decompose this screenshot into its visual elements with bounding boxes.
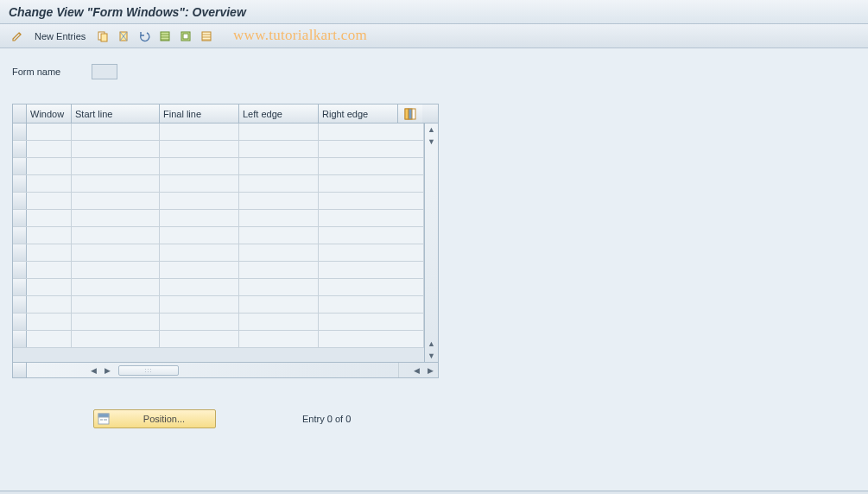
undo-icon[interactable] xyxy=(136,28,153,45)
cell-window[interactable] xyxy=(27,193,72,209)
cell-left-edge[interactable] xyxy=(239,331,319,347)
scroll-right-arrow-icon[interactable]: ▶ xyxy=(101,364,113,377)
cell-window[interactable] xyxy=(27,314,72,330)
cell-right-edge[interactable] xyxy=(319,175,424,192)
row-selector[interactable] xyxy=(13,141,27,157)
row-selector[interactable] xyxy=(13,227,27,244)
cell-left-edge[interactable] xyxy=(239,262,319,278)
row-selector[interactable] xyxy=(13,279,27,295)
scroll-left-arrow-icon[interactable]: ◀ xyxy=(87,364,99,377)
cell-start-line[interactable] xyxy=(72,331,160,347)
select-block-icon[interactable] xyxy=(177,28,194,45)
table-row[interactable] xyxy=(13,244,424,262)
cell-start-line[interactable] xyxy=(72,210,160,226)
cell-final-line[interactable] xyxy=(160,193,239,209)
cell-left-edge[interactable] xyxy=(239,175,319,192)
table-row[interactable] xyxy=(13,124,424,141)
table-row[interactable] xyxy=(13,158,424,175)
cell-final-line[interactable] xyxy=(160,210,239,226)
row-selector[interactable] xyxy=(13,262,27,278)
cell-final-line[interactable] xyxy=(160,141,239,157)
table-row[interactable] xyxy=(13,141,424,158)
cell-left-edge[interactable] xyxy=(239,210,319,226)
column-header-final-line[interactable]: Final line xyxy=(160,104,239,123)
row-selector[interactable] xyxy=(13,193,27,209)
cell-start-line[interactable] xyxy=(72,279,160,295)
cell-start-line[interactable] xyxy=(72,141,160,157)
cell-window[interactable] xyxy=(27,210,72,226)
cell-start-line[interactable] xyxy=(72,175,160,192)
cell-final-line[interactable] xyxy=(160,227,239,244)
cell-start-line[interactable] xyxy=(72,296,160,313)
cell-right-edge[interactable] xyxy=(319,331,424,347)
cell-window[interactable] xyxy=(27,331,72,347)
vertical-scrollbar[interactable]: ▲ ▼ ▲ ▼ xyxy=(424,124,438,362)
cell-left-edge[interactable] xyxy=(239,314,319,330)
delete-icon[interactable] xyxy=(115,28,132,45)
cell-window[interactable] xyxy=(27,158,72,174)
cell-right-edge[interactable] xyxy=(319,244,424,261)
cell-start-line[interactable] xyxy=(72,124,160,140)
cell-right-edge[interactable] xyxy=(319,262,424,278)
table-settings-button[interactable] xyxy=(398,104,422,123)
cell-final-line[interactable] xyxy=(160,175,239,192)
scroll-right-arrow-icon[interactable]: ▶ xyxy=(424,364,436,377)
row-selector[interactable] xyxy=(13,210,27,226)
cell-right-edge[interactable] xyxy=(319,124,424,140)
column-header-window[interactable]: Window xyxy=(27,104,72,123)
horizontal-scrollbar[interactable]: ◀ ▶ ::: ◀ ▶ xyxy=(13,362,438,377)
column-header-start-line[interactable]: Start line xyxy=(72,104,160,123)
cell-right-edge[interactable] xyxy=(319,158,424,174)
form-name-field[interactable] xyxy=(92,64,117,79)
table-row[interactable] xyxy=(13,331,424,348)
cell-right-edge[interactable] xyxy=(319,227,424,244)
column-header-right-edge[interactable]: Right edge xyxy=(319,104,398,123)
row-selector-header[interactable] xyxy=(13,104,27,123)
cell-final-line[interactable] xyxy=(160,314,239,330)
cell-left-edge[interactable] xyxy=(239,244,319,261)
cell-left-edge[interactable] xyxy=(239,227,319,244)
table-row[interactable] xyxy=(13,314,424,331)
column-header-left-edge[interactable]: Left edge xyxy=(239,104,319,123)
cell-final-line[interactable] xyxy=(160,158,239,174)
copy-as-icon[interactable] xyxy=(94,28,111,45)
cell-right-edge[interactable] xyxy=(319,210,424,226)
table-row[interactable] xyxy=(13,296,424,314)
cell-start-line[interactable] xyxy=(72,193,160,209)
cell-left-edge[interactable] xyxy=(239,193,319,209)
scroll-down-arrow-icon[interactable]: ▼ xyxy=(426,136,438,148)
row-selector[interactable] xyxy=(13,244,27,261)
cell-right-edge[interactable] xyxy=(319,141,424,157)
table-row[interactable] xyxy=(13,227,424,244)
row-selector[interactable] xyxy=(13,296,27,313)
cell-window[interactable] xyxy=(27,124,72,140)
cell-start-line[interactable] xyxy=(72,262,160,278)
table-row[interactable] xyxy=(13,210,424,227)
scroll-up-arrow-icon[interactable]: ▲ xyxy=(426,124,438,136)
cell-left-edge[interactable] xyxy=(239,296,319,313)
deselect-all-icon[interactable] xyxy=(198,28,215,45)
cell-left-edge[interactable] xyxy=(239,124,319,140)
cell-start-line[interactable] xyxy=(72,158,160,174)
cell-start-line[interactable] xyxy=(72,227,160,244)
hscroll-thumb[interactable]: ::: xyxy=(118,365,179,376)
cell-left-edge[interactable] xyxy=(239,158,319,174)
cell-start-line[interactable] xyxy=(72,244,160,261)
cell-window[interactable] xyxy=(27,279,72,295)
row-selector[interactable] xyxy=(13,314,27,330)
toggle-display-change-icon[interactable] xyxy=(9,28,26,45)
scroll-left-arrow-icon[interactable]: ◀ xyxy=(410,364,422,377)
row-selector[interactable] xyxy=(13,331,27,347)
table-row[interactable] xyxy=(13,279,424,296)
table-row[interactable] xyxy=(13,193,424,210)
row-selector[interactable] xyxy=(13,124,27,140)
scroll-down-arrow-icon[interactable]: ▼ xyxy=(426,350,438,362)
table-row[interactable] xyxy=(13,175,424,193)
cell-window[interactable] xyxy=(27,296,72,313)
cell-right-edge[interactable] xyxy=(319,296,424,313)
cell-window[interactable] xyxy=(27,175,72,192)
row-selector[interactable] xyxy=(13,175,27,192)
cell-window[interactable] xyxy=(27,244,72,261)
cell-final-line[interactable] xyxy=(160,279,239,295)
cell-right-edge[interactable] xyxy=(319,193,424,209)
